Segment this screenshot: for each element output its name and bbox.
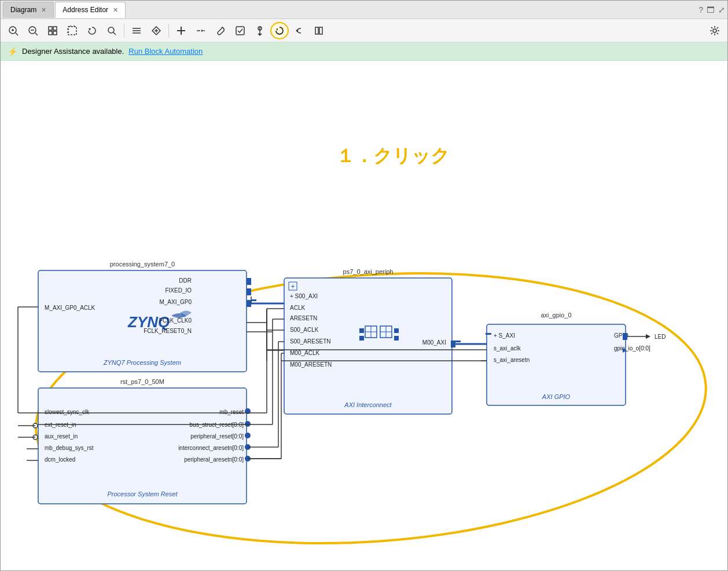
m00-aclk-label: M00_ACLK <box>290 350 319 356</box>
slowest-sync-label: slowest_sync_clk <box>45 409 90 415</box>
axi-periph-block[interactable] <box>284 278 452 414</box>
svg-text:+: + <box>291 283 295 291</box>
aux-reset-label: aux_reset_in <box>45 433 78 440</box>
tab-bar-right: ? 🗖 ⤢ <box>698 5 725 14</box>
m00-aresetn-label: M00_ARESETN <box>290 361 332 368</box>
regenerate-button[interactable] <box>270 22 289 39</box>
gpio-io-o-label: gpio_io_o[0:0] <box>614 345 650 352</box>
zynq7-inner-label: ZYNQ7 Processing System <box>103 359 181 366</box>
fclk-clk0-label: FCLK_CLK0 <box>159 317 192 324</box>
layout-button[interactable] <box>127 22 146 39</box>
aclk-label: ACLK <box>290 305 305 311</box>
svg-point-65 <box>33 435 38 440</box>
toolbar-separator-1 <box>124 24 124 38</box>
route-button[interactable] <box>147 22 166 39</box>
axi-gpio-label: axi_gpio_0 <box>541 312 571 319</box>
fclk-reset0-label: FCLK_RESET0_N <box>144 328 192 334</box>
toolbar <box>1 19 727 42</box>
bus-struct-label: bus_struct_reset[0:0] <box>190 422 244 428</box>
periph-aresetn-label: peripheral_aresetn[0:0] <box>184 456 244 463</box>
add-button[interactable] <box>172 22 190 39</box>
svg-rect-48 <box>380 326 392 338</box>
fit-selection-button[interactable] <box>63 22 82 39</box>
svg-rect-7 <box>49 27 52 30</box>
svg-marker-34 <box>276 28 278 31</box>
svg-rect-53 <box>394 328 399 333</box>
svg-point-38 <box>713 29 716 32</box>
gpio-block[interactable] <box>487 324 626 405</box>
svg-point-64 <box>33 423 38 428</box>
settings-button[interactable] <box>705 22 724 39</box>
connect-button[interactable] <box>192 22 210 39</box>
svg-rect-54 <box>394 336 399 341</box>
rst-block[interactable] <box>38 388 247 504</box>
flip-button[interactable] <box>310 22 328 39</box>
fit-button[interactable] <box>43 22 62 39</box>
zoom-out-button[interactable] <box>24 22 42 39</box>
svg-rect-45 <box>451 341 455 347</box>
svg-rect-41 <box>247 288 251 295</box>
svg-rect-8 <box>53 27 57 30</box>
refresh-button[interactable] <box>83 22 101 39</box>
validate-button[interactable] <box>231 22 249 39</box>
svg-rect-36 <box>315 27 318 34</box>
run-block-automation-link[interactable]: Run Block Automation <box>128 47 203 56</box>
axi-inner-label: AXI Interconnect <box>344 401 392 408</box>
svg-point-17 <box>108 27 114 33</box>
svg-rect-52 <box>359 336 364 341</box>
toolbar-separator-2 <box>168 24 169 38</box>
wrench-button[interactable] <box>211 22 230 39</box>
svg-marker-57 <box>646 334 650 339</box>
svg-rect-30 <box>236 27 244 35</box>
led-label: LED <box>655 334 666 340</box>
diagram-area[interactable]: １．クリック processing_system7_0 ps7_0_axi_pe… <box>1 61 727 570</box>
pin-button[interactable] <box>251 22 269 39</box>
maximize-icon[interactable]: ⤢ <box>718 5 725 14</box>
svg-rect-10 <box>53 31 57 35</box>
tab-address-editor[interactable]: Address Editor ✕ <box>55 2 126 18</box>
svg-point-60 <box>245 421 251 427</box>
s-axi-aresetn-label: s_axi_aresetn <box>494 357 530 363</box>
mb-debug-label: mb_debug_sys_rst <box>45 445 94 451</box>
m-axi-gp0-label: M_AXI_GP0 <box>159 299 192 305</box>
zoom-in-button[interactable] <box>4 22 23 39</box>
ps7-label: processing_system7_0 <box>110 261 175 268</box>
svg-point-39 <box>27 252 715 565</box>
designer-assistance-banner: ⚡ Designer Assistance available. Run Blo… <box>1 42 727 61</box>
ext-reset-label: ext_reset_in <box>45 422 76 428</box>
svg-marker-29 <box>201 30 204 32</box>
s00-aresetn-label: S00_ARESETN <box>290 338 331 345</box>
aresetn-label: ARESETN <box>290 315 317 321</box>
rst-inner-label: Processor System Reset <box>107 491 178 497</box>
app-window: Diagram ✕ Address Editor ✕ ? 🗖 ⤢ <box>0 0 728 571</box>
svg-marker-16 <box>89 28 91 31</box>
svg-line-3 <box>16 33 18 35</box>
tab-bar: Diagram ✕ Address Editor ✕ ? 🗖 ⤢ <box>1 1 727 19</box>
tab-diagram-close[interactable]: ✕ <box>41 6 46 14</box>
tab-diagram[interactable]: Diagram ✕ <box>3 2 54 18</box>
back-button[interactable] <box>290 22 308 39</box>
banner-text: Designer Assistance available. <box>22 47 124 56</box>
zynq-logo: ZYNQ <box>127 313 170 331</box>
m-axi-gp0-aclk-label: M_AXI_GP0_ACLK <box>45 305 95 311</box>
diagram-svg: １．クリック processing_system7_0 ps7_0_axi_pe… <box>1 61 727 570</box>
svg-point-59 <box>245 408 251 414</box>
gpio-out-label: GPIO <box>614 332 628 339</box>
m00-axi-label: M00_AXI <box>422 339 446 346</box>
svg-rect-43 <box>289 282 297 290</box>
rst-ps7-label: rst_ps7_0_50M <box>120 378 164 385</box>
svg-rect-11 <box>68 27 76 35</box>
help-icon[interactable]: ? <box>698 5 703 14</box>
svg-rect-55 <box>623 333 627 340</box>
svg-rect-80 <box>486 333 491 335</box>
s00-aclk-label: S00_ACLK <box>290 327 319 333</box>
svg-line-6 <box>35 33 38 35</box>
s-axi-label: + S_AXI <box>494 332 515 339</box>
annotation-text: １．クリック <box>336 145 450 166</box>
tab-address-editor-close[interactable]: ✕ <box>113 6 118 14</box>
fixed-io-label: FIXED_IO <box>165 287 192 294</box>
zynq-block[interactable] <box>38 270 247 372</box>
svg-rect-42 <box>247 300 251 307</box>
minimize-icon[interactable]: 🗖 <box>707 5 715 14</box>
search-button[interactable] <box>102 22 121 39</box>
